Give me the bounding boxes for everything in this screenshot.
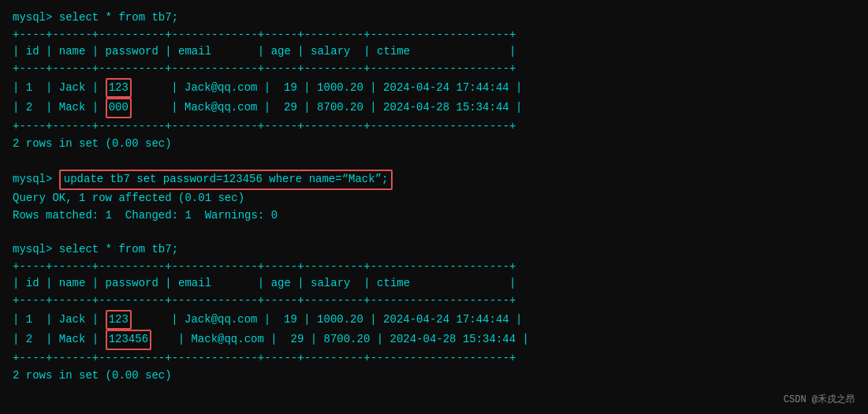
sep1: +----+------+----------+-------------+--… [13,27,516,44]
row1-password-highlight: 123 [106,78,132,99]
row2-after-post: | Mack@qq.com | 29 | 8700.20 | 2024-04-2… [151,331,529,349]
rows-set1: 2 rows in set (0.00 sec) [13,136,172,153]
query2-line: mysql> select * from tb7; [13,241,855,259]
row2-after-password-highlight: 123456 [106,330,151,350]
row1-after-line: | 1 | Jack | 123 | Jack@qq.com | 19 | 10… [13,310,855,330]
sep3: +----+------+----------+-------------+--… [13,118,516,136]
sep4: +----+------+----------+-------------+--… [13,293,516,310]
update-cmd-highlight: update tb7 set password=123456 where nam… [59,170,393,190]
query-ok-line: Query OK, 1 row affected (0.01 sec) [13,190,855,207]
row1-after-pre: | 1 | Jack | [13,311,106,329]
prompt2: mysql> [13,241,59,259]
prompt-update: mysql> [13,171,59,188]
header1: | id | name | password | email | age | s… [13,43,516,61]
sep2-line: +----+------+----------+-------------+--… [13,61,855,78]
row2-before-post: | Mack@qq.com | 29 | 8700.20 | 2024-04-2… [132,99,523,117]
row2-password-highlight: 000 [106,98,132,118]
blank1-line [13,153,855,170]
query1-line: mysql> select * from tb7; [13,9,855,27]
prompt1: mysql> [13,9,59,27]
header2: | id | name | password | email | age | s… [13,275,516,293]
sep3-line: +----+------+----------+-------------+--… [13,118,855,136]
row2-after-line: | 2 | Mack | 123456 | Mack@qq.com | 29 |… [13,330,855,350]
sep-line2: +----+------+----------+-------------+--… [13,259,855,276]
rows-matched: Rows matched: 1 Changed: 1 Warnings: 0 [13,207,278,225]
sep-2: +----+------+----------+-------------+--… [13,259,516,276]
query2-cmd: select * from tb7; [59,241,178,259]
sep1-line: +----+------+----------+-------------+--… [13,27,855,44]
row1-before-pre: | 1 | Jack | [13,80,106,97]
row1-before-post: | Jack@qq.com | 19 | 1000.20 | 2024-04-2… [132,80,523,97]
row1-after-post: | Jack@qq.com | 19 | 1000.20 | 2024-04-2… [132,311,523,329]
rows-set2-line: 2 rows in set (0.00 sec) [13,367,855,385]
terminal-content: mysql> select * from tb7; +----+------+-… [13,9,855,384]
sep2: +----+------+----------+-------------+--… [13,61,516,78]
update-line: mysql> update tb7 set password=123456 wh… [13,170,855,190]
rows-matched-line: Rows matched: 1 Changed: 1 Warnings: 0 [13,207,855,225]
header2-line: | id | name | password | email | age | s… [13,275,855,293]
sep4-line: +----+------+----------+-------------+--… [13,293,855,310]
watermark: CSDN @禾戌之昂 [784,393,855,406]
query1-cmd: select * from tb7; [59,9,178,27]
rows-set2: 2 rows in set (0.00 sec) [13,367,172,385]
row2-before-pre: | 2 | Mack | [13,99,106,117]
sep5: +----+------+----------+-------------+--… [13,350,516,367]
rows-set1-line: 2 rows in set (0.00 sec) [13,136,855,153]
row1-after-password-highlight: 123 [106,310,132,330]
query-ok: Query OK, 1 row affected (0.01 sec) [13,190,244,207]
row2-after-pre: | 2 | Mack | [13,331,106,349]
header1-line: | id | name | password | email | age | s… [13,43,855,61]
sep5-line: +----+------+----------+-------------+--… [13,350,855,367]
blank2-line [13,224,855,241]
row1-before-line: | 1 | Jack | 123 | Jack@qq.com | 19 | 10… [13,78,855,99]
row2-before-line: | 2 | Mack | 000 | Mack@qq.com | 29 | 87… [13,98,855,118]
